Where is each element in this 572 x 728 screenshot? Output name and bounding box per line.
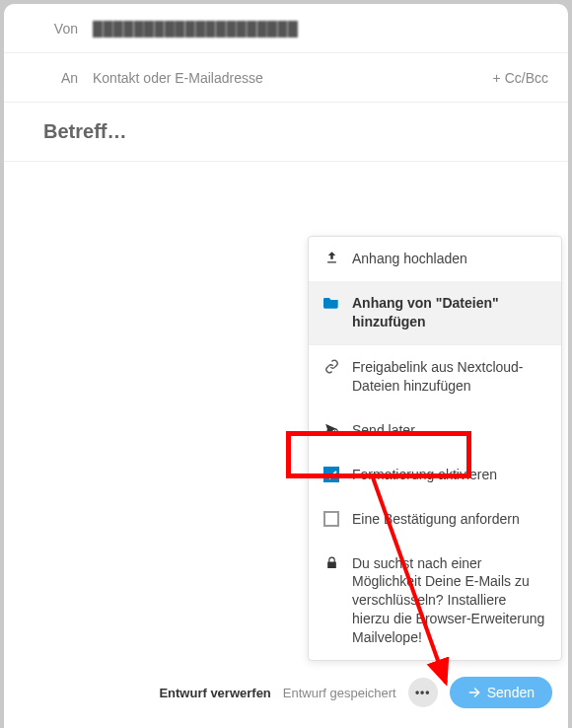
menu-label: Anhang hochladen (352, 250, 547, 268)
compose-footer: Entwurf verwerfen Entwurf gespeichert ••… (4, 665, 568, 728)
menu-item-toggle-formatting[interactable]: Formatierung aktivieren (309, 453, 561, 497)
more-options-button[interactable]: ••• (408, 678, 438, 707)
checkbox-checked-icon (322, 466, 340, 482)
to-placeholder-text: Kontakt oder E-Mailadresse (93, 70, 263, 86)
discard-draft-button[interactable]: Entwurf verwerfen (159, 686, 270, 700)
menu-label: Send later (352, 421, 547, 440)
cc-bcc-toggle[interactable]: + Cc/Bcc (493, 70, 548, 86)
menu-label: Eine Bestätigung anfordern (352, 510, 547, 529)
menu-item-send-later[interactable]: Send later (309, 408, 561, 453)
to-row: An Kontakt oder E-Mailadresse + Cc/Bcc (4, 53, 568, 103)
menu-item-toggle-receipt[interactable]: Eine Bestätigung anfordern (309, 497, 561, 542)
arrow-right-icon (467, 686, 481, 699)
menu-item-attach-from-files[interactable]: Anhang von "Dateien" hinzufügen (309, 281, 561, 344)
checkbox-icon (322, 510, 340, 527)
link-icon (322, 358, 340, 374)
menu-label: Anhang von "Dateien" hinzufügen (352, 294, 547, 331)
from-label: Von (24, 21, 93, 36)
menu-label: Du suchst nach einer Möglichkeit Deine E… (352, 554, 547, 647)
to-label: An (24, 70, 93, 86)
from-row: Von ████████████████████ (4, 4, 568, 53)
menu-item-upload-attachment[interactable]: Anhang hochladen (309, 237, 561, 281)
menu-item-encryption-info[interactable]: Du suchst nach einer Möglichkeit Deine E… (309, 542, 561, 660)
from-value[interactable]: ████████████████████ (93, 21, 548, 36)
folder-icon (322, 294, 340, 309)
subject-row: Betreff… (4, 103, 568, 162)
dots-icon: ••• (415, 686, 431, 699)
draft-saved-status: Entwurf gespeichert (283, 686, 396, 700)
menu-item-share-link[interactable]: Freigabelink aus Nextcloud-Dateien hinzu… (309, 345, 561, 408)
menu-label: Freigabelink aus Nextcloud-Dateien hinzu… (352, 358, 547, 396)
send-later-icon (322, 421, 340, 436)
lock-icon (322, 554, 340, 570)
send-label: Senden (487, 685, 535, 700)
subject-input[interactable]: Betreff… (43, 120, 548, 143)
to-input[interactable]: Kontakt oder E-Mailadresse (93, 70, 493, 86)
menu-label: Formatierung aktivieren (352, 466, 547, 484)
upload-icon (322, 250, 340, 265)
send-button[interactable]: Senden (450, 677, 552, 708)
more-options-menu: Anhang hochladen Anhang von "Dateien" hi… (308, 236, 562, 661)
